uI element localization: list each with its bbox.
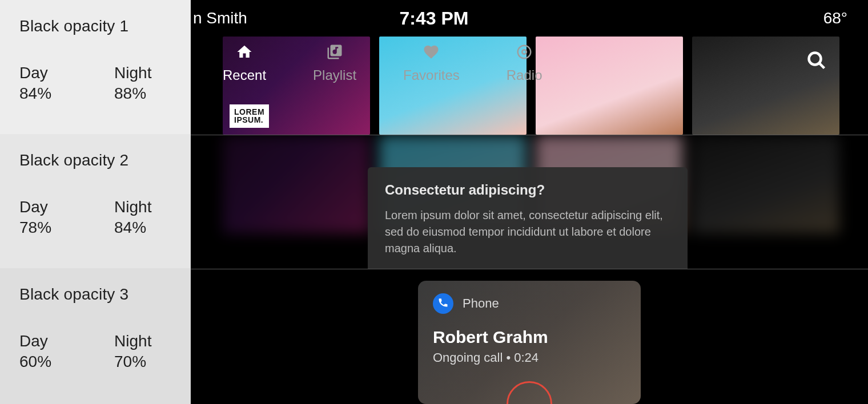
home-icon — [236, 43, 253, 64]
phone-app-label: Phone — [463, 296, 499, 311]
brand-line: LOREM — [234, 107, 264, 116]
spec-title: Black opacity 3 — [19, 285, 171, 304]
svg-point-0 — [809, 53, 821, 65]
svg-line-1 — [819, 63, 825, 68]
spec-title: Black opacity 2 — [19, 151, 171, 169]
tab-label: Recent — [223, 67, 266, 83]
spec-day-value: 60% — [19, 353, 51, 371]
tab-label: Radio — [507, 67, 542, 83]
spec-night-value: 70% — [114, 353, 151, 371]
spec-day-value: 78% — [19, 219, 51, 237]
spec-night-value: 84% — [114, 219, 151, 237]
tab-radio[interactable]: Radio — [507, 43, 542, 83]
dialog-title: Consectetur adipiscing? — [385, 182, 670, 198]
phone-app-badge — [433, 293, 453, 314]
spec-block-3: Black opacity 3 Day 60% Night 70% — [0, 268, 191, 404]
album-card[interactable] — [536, 37, 683, 135]
heart-icon — [423, 43, 440, 64]
library-icon — [326, 43, 343, 64]
spec-night-label: Night — [114, 64, 151, 82]
radio-icon — [516, 43, 533, 64]
spec-day-label: Day — [19, 198, 51, 216]
caller-name: Robert Grahm — [433, 328, 626, 347]
media-tabbar: Recent Playlist Favorites Radio — [223, 39, 542, 88]
spec-block-1: Black opacity 1 Day 84% Night 88% — [0, 0, 191, 134]
spec-day-label: Day — [19, 64, 51, 82]
confirmation-dialog[interactable]: Consectetur adipiscing? Lorem ipsum dolo… — [368, 167, 688, 269]
dialog-body: Lorem ipsum dolor sit amet, consectetur … — [385, 207, 670, 257]
hangup-button[interactable] — [507, 381, 552, 404]
album-brand-badge: LOREM IPSUM. — [230, 104, 269, 128]
tab-recent[interactable]: Recent — [223, 43, 266, 83]
spec-day-label: Day — [19, 332, 51, 350]
content-row-phone: Phone Robert Grahm Ongoing call • 0:24 — [191, 269, 868, 404]
spec-night-label: Night — [114, 198, 151, 216]
status-temperature[interactable]: 68° — [823, 9, 847, 27]
search-button[interactable] — [806, 50, 827, 73]
content-row-dimmed: Consectetur adipiscing? Lorem ipsum dolo… — [191, 135, 868, 269]
call-status: Ongoing call • 0:24 — [433, 350, 626, 365]
tab-favorites[interactable]: Favorites — [403, 43, 460, 83]
phone-icon — [437, 297, 449, 310]
spec-day-value: 84% — [19, 84, 51, 103]
tab-label: Favorites — [403, 67, 460, 83]
brand-line: IPSUM. — [234, 115, 263, 124]
spec-title: Black opacity 1 — [19, 17, 171, 35]
search-icon — [806, 63, 827, 72]
status-user[interactable]: n Smith — [193, 9, 247, 27]
status-time: 7:43 PM — [400, 8, 469, 29]
spec-block-2: Black opacity 2 Day 78% Night 84% — [0, 134, 191, 268]
spec-night-label: Night — [114, 332, 151, 350]
phone-call-card[interactable]: Phone Robert Grahm Ongoing call • 0:24 — [418, 281, 641, 404]
opacity-spec-panel: Black opacity 1 Day 84% Night 88% Black … — [0, 0, 191, 404]
tab-playlist[interactable]: Playlist — [313, 43, 356, 83]
tab-label: Playlist — [313, 67, 356, 83]
spec-night-value: 88% — [114, 84, 151, 103]
